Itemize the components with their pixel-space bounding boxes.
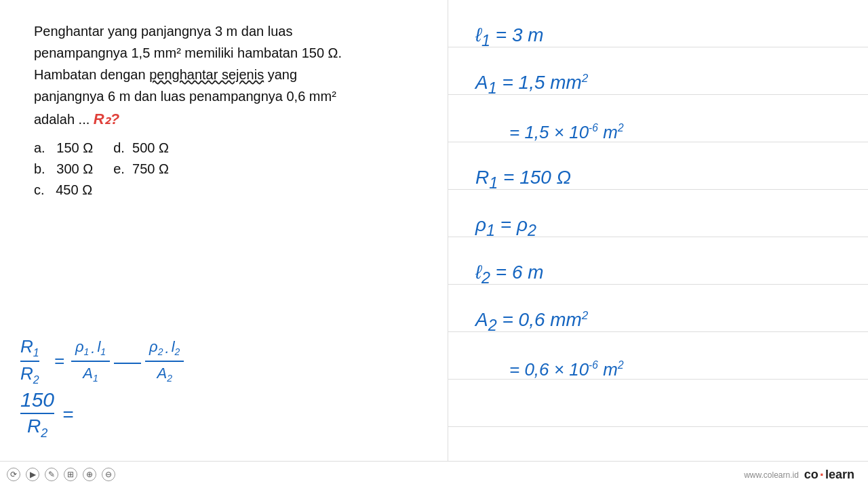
- right-line-l1: ℓ1 = 3 m: [462, 14, 854, 61]
- right-line-a2: A2 = 0,6 mm2: [462, 298, 854, 346]
- formula-dot1: .: [91, 340, 95, 357]
- bottom-bar: ⟳ ▶ ✎ ⊞ ⊕ ⊖ www.colearn.id co·learn: [0, 461, 868, 488]
- ctrl-btn-6[interactable]: ⊖: [102, 468, 115, 481]
- right-line-a2-sci: = 0,6 × 10-6 m2: [462, 346, 854, 393]
- formula-rho2: ρ2: [149, 338, 163, 357]
- ctrl-btn-1[interactable]: ⟳: [7, 468, 20, 481]
- ctrl-btn-3[interactable]: ✎: [45, 468, 58, 481]
- formula-r1: R1: [20, 336, 39, 361]
- choice-e: e. 750 Ω: [113, 159, 169, 180]
- formula-l1: l1: [97, 338, 106, 357]
- colearn-dot: ·: [820, 468, 824, 483]
- right-entries: ℓ1 = 3 m A1 = 1,5 mm2 = 1,5 × 10-6 m2 R1…: [462, 14, 854, 393]
- choice-b: b. 300 Ω: [34, 159, 113, 180]
- colearn-logo: www.colearn.id co·learn: [744, 468, 854, 483]
- ctrl-btn-4[interactable]: ⊞: [64, 468, 77, 481]
- bottom-controls[interactable]: ⟳ ▶ ✎ ⊞ ⊕ ⊖: [0, 461, 115, 488]
- ctrl-btn-5[interactable]: ⊕: [83, 468, 96, 481]
- r2-label: R₂?: [94, 110, 119, 127]
- right-line-r1: R1 = 150 Ω: [462, 156, 854, 203]
- formula-section: R1 R2 = ρ1 . l1 A1: [20, 336, 184, 386]
- formula-a2: A2: [157, 365, 172, 384]
- choice-c: c. 450 Ω: [34, 180, 113, 201]
- right-line-a1: A1 = 1,5 mm2: [462, 61, 854, 108]
- choice-a: a. 150 Ω: [34, 138, 113, 159]
- formula-dot2: .: [165, 340, 170, 357]
- formula-equals-1: =: [54, 350, 64, 371]
- right-line-rho: ρ1 = ρ2: [462, 203, 854, 251]
- formula-l2: l2: [172, 338, 180, 357]
- bottom-fraction-section: 150 R2 =: [20, 388, 73, 441]
- formula-a1: A1: [83, 365, 98, 384]
- choices-section: a. 150 Ω d. 500 Ω b. 300 Ω e. 750 Ω c. 4…: [34, 138, 427, 201]
- bottom-150: 150: [20, 388, 54, 413]
- formula-r2: R2: [20, 362, 39, 386]
- bottom-r2: R2: [27, 414, 47, 441]
- right-line-l2: ℓ2 = 6 m: [462, 251, 854, 298]
- choice-d: d. 500 Ω: [113, 138, 169, 159]
- ctrl-btn-2[interactable]: ▶: [26, 468, 39, 481]
- right-line-a1-sci: = 1,5 × 10-6 m2: [462, 108, 854, 156]
- colearn-brand: co·learn: [804, 468, 854, 483]
- bottom-equals: =: [62, 404, 73, 426]
- problem-text-1: Penghantar yang panjangnya 3 m dan luas …: [34, 20, 427, 131]
- left-panel: Penghantar yang panjangnya 3 m dan luas …: [0, 0, 448, 461]
- formula-rho1: ρ1: [75, 338, 89, 357]
- colearn-url: www.colearn.id: [744, 470, 799, 480]
- right-panel: ℓ1 = 3 m A1 = 1,5 mm2 = 1,5 × 10-6 m2 R1…: [448, 0, 868, 461]
